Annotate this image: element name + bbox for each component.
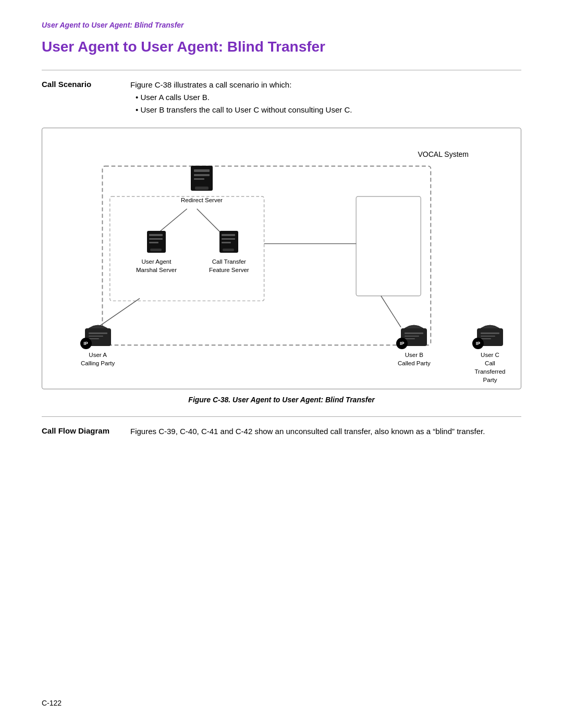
svg-rect-30 xyxy=(405,338,415,339)
user-b-phone: IP User B Called Party xyxy=(398,321,431,367)
svg-rect-14 xyxy=(149,234,163,236)
svg-rect-24 xyxy=(89,332,107,334)
figure-caption: Figure C-38. User Agent to User Agent: B… xyxy=(42,396,521,404)
svg-rect-28 xyxy=(405,332,423,334)
feature-server-icon xyxy=(218,230,239,255)
bullet-1: User A calls User B. xyxy=(136,91,521,104)
user-a-phone-icon: IP xyxy=(82,321,114,348)
svg-rect-17 xyxy=(150,249,162,251)
svg-rect-25 xyxy=(89,336,103,337)
svg-rect-32 xyxy=(481,332,499,334)
call-flow-content: Figures C-39, C-40, C-41 and C-42 show a… xyxy=(130,425,521,438)
call-scenario-label: Call Scenario xyxy=(42,79,130,89)
user-c-phone: IP User C Call Transferred Party xyxy=(470,321,510,384)
page-title: User Agent to User Agent: Blind Transfer xyxy=(42,39,521,55)
call-scenario-section: Call Scenario Figure C-38 illustrates a … xyxy=(42,79,521,116)
svg-rect-33 xyxy=(481,336,495,337)
user-c-phone-icon: IP xyxy=(474,321,506,348)
bullet-2: User B transfers the call to User C with… xyxy=(136,104,521,116)
call-scenario-intro: Figure C-38 illustrates a call scenario … xyxy=(130,80,291,89)
user-a-ip-badge: IP xyxy=(80,338,92,349)
redirect-server-icon xyxy=(190,165,214,193)
user-c-label: User C Call Transferred Party xyxy=(470,351,510,384)
svg-rect-10 xyxy=(194,174,210,176)
svg-rect-20 xyxy=(222,238,235,240)
svg-rect-15 xyxy=(149,238,163,240)
user-a-phone: IP User A Calling Party xyxy=(81,321,115,367)
user-a-label: User A Calling Party xyxy=(81,351,115,367)
diagram-svg xyxy=(53,139,510,384)
title-divider xyxy=(42,70,521,70)
svg-rect-12 xyxy=(195,187,209,190)
user-c-ip-badge: IP xyxy=(472,338,484,349)
svg-rect-9 xyxy=(194,169,210,172)
diagram-area: VOCAL System xyxy=(53,139,510,384)
svg-rect-22 xyxy=(223,249,234,251)
svg-rect-11 xyxy=(194,178,204,180)
call-flow-section: Call Flow Diagram Figures C-39, C-40, C-… xyxy=(42,425,521,438)
page-number: C-122 xyxy=(42,699,62,707)
breadcrumb[interactable]: User Agent to User Agent: Blind Transfer xyxy=(42,21,521,29)
redirect-server-label: Redirect Server xyxy=(181,196,223,204)
caption-divider xyxy=(42,416,521,417)
feature-server-label: Call Transfer Feature Server xyxy=(209,257,249,274)
marshal-server-icon xyxy=(146,230,167,255)
user-b-phone-icon: IP xyxy=(398,321,430,348)
user-agent-marshal-server: User Agent Marshal Server xyxy=(136,230,177,274)
svg-rect-19 xyxy=(222,234,235,236)
call-transfer-feature-server: Call Transfer Feature Server xyxy=(209,230,249,274)
svg-rect-16 xyxy=(149,242,158,243)
marshal-server-label: User Agent Marshal Server xyxy=(136,257,177,274)
call-flow-label: Call Flow Diagram xyxy=(42,425,130,435)
call-scenario-bullets: User A calls User B. User B transfers th… xyxy=(130,91,521,116)
user-b-label: User B Called Party xyxy=(398,351,431,367)
vocal-system-label: VOCAL System xyxy=(418,150,469,158)
svg-rect-29 xyxy=(405,336,419,337)
svg-rect-2 xyxy=(356,196,421,296)
call-scenario-content: Figure C-38 illustrates a call scenario … xyxy=(130,79,521,116)
redirect-server: Redirect Server xyxy=(181,165,223,204)
diagram-container: VOCAL System xyxy=(42,128,521,389)
svg-rect-21 xyxy=(222,242,231,243)
